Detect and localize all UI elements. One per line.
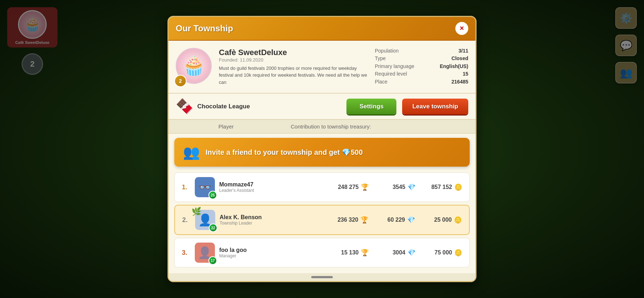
league-icon: 🍫 <box>176 98 194 115</box>
gem-icon: 💎 <box>408 249 415 257</box>
laurel-icon: 🌿 <box>192 207 201 216</box>
gem-stat: 60 229 💎 <box>379 216 415 224</box>
trophy-icon: 🏆 <box>361 249 369 257</box>
trophy-stat: 248 275 🏆 <box>333 183 369 191</box>
township-founded: Founded: 11.09.2020 <box>219 57 368 63</box>
scroll-indicator <box>169 273 475 281</box>
league-name: Chocolate League <box>197 103 250 110</box>
level-badge: 22 <box>209 224 217 232</box>
population-label: Population <box>375 48 423 55</box>
player-rank: 1. <box>182 184 195 191</box>
coin-stat: 25 000 🪙 <box>426 216 462 224</box>
col-contrib-header: Contribution to township treasury: <box>276 123 468 130</box>
player-list: 1. 👓 25 Mommaze47 Leader's Assistant 248 <box>169 171 475 273</box>
player-info: Mommaze47 Leader's Assistant <box>219 181 284 193</box>
coin-value: 857 152 <box>431 184 452 190</box>
trophy-value: 236 320 <box>337 217 358 223</box>
coin-icon: 🪙 <box>454 216 462 224</box>
player-row: 3. 👤 17 foo la goo Manager 15 130 <box>174 238 470 267</box>
coin-stat: 75 000 🪙 <box>426 249 462 257</box>
modal-header: Our Township × <box>169 17 475 41</box>
place-label: Place <box>375 79 423 86</box>
player-avatar-wrap: 👤 22 🌿 <box>195 210 215 230</box>
township-rank-badge: 2 <box>174 75 187 87</box>
invite-friends-icon: 👥 <box>183 144 200 160</box>
population-value: 3/11 <box>431 48 468 55</box>
type-label: Type <box>375 55 423 63</box>
trophy-value: 15 130 <box>341 249 359 256</box>
trophy-icon: 🏆 <box>360 216 368 224</box>
coin-stat: 857 152 🪙 <box>426 183 462 191</box>
player-info: foo la goo Manager <box>219 247 284 258</box>
gem-value: 3545 <box>392 184 405 190</box>
player-stats: 248 275 🏆 3545 💎 857 152 🪙 <box>333 183 462 191</box>
gem-icon: 💎 <box>408 183 415 191</box>
player-avatar-wrap: 👤 17 <box>195 243 215 263</box>
gem-stat: 3004 💎 <box>380 249 415 257</box>
level-value: 15 <box>431 71 468 78</box>
type-value: Closed <box>431 55 468 63</box>
player-role: Leader's Assistant <box>219 188 284 193</box>
scroll-dot <box>311 276 333 278</box>
player-rank: 3. <box>182 249 195 257</box>
player-row: 2. 👤 22 🌿 Alex K. Benson Township Leader <box>174 205 470 235</box>
level-label: Required level <box>375 71 423 78</box>
gem-icon: 💎 <box>407 216 415 224</box>
modal-title: Our Township <box>176 23 233 33</box>
language-value: English(US) <box>431 63 468 71</box>
player-stats: 15 130 🏆 3004 💎 75 000 🪙 <box>333 249 462 257</box>
col-player-header: Player <box>176 123 276 130</box>
gem-icon: 💎 <box>342 148 351 156</box>
action-row: 🍫 Chocolate League Settings Leave townsh… <box>169 94 475 120</box>
place-value: 216485 <box>431 79 468 86</box>
gem-value: 3004 <box>392 249 405 256</box>
gem-stat: 3545 💎 <box>380 183 415 191</box>
modal-backdrop: Our Township × 🧁 2 Cafè SweetDeluxe Foun… <box>0 0 644 298</box>
trophy-value: 248 275 <box>338 184 359 190</box>
trophy-icon: 🏆 <box>361 183 369 191</box>
player-row: 1. 👓 25 Mommaze47 Leader's Assistant 248 <box>174 172 470 202</box>
township-stats: Population 3/11 Type Closed Primary lang… <box>375 48 468 86</box>
coin-icon: 🪙 <box>454 249 462 257</box>
leave-township-button[interactable]: Leave township <box>402 99 468 114</box>
invite-gem-amount: 500 <box>351 148 363 156</box>
player-stats: 236 320 🏆 60 229 💎 25 000 🪙 <box>332 216 462 224</box>
township-info-section: 🧁 2 Cafè SweetDeluxe Founded: 11.09.2020… <box>169 41 475 94</box>
invite-banner[interactable]: 👥 Invite a friend to your township and g… <box>174 138 470 167</box>
invite-text: Invite a friend to your township and get… <box>206 148 363 157</box>
player-info: Alex K. Benson Township Leader <box>220 214 284 226</box>
level-badge: 17 <box>208 256 217 265</box>
language-label: Primary language <box>375 63 423 71</box>
trophy-stat: 236 320 🏆 <box>332 216 368 224</box>
invite-text-prefix: Invite a friend to your township and get <box>206 148 342 156</box>
player-avatar-wrap: 👓 25 <box>195 177 215 197</box>
player-name: foo la goo <box>219 247 284 253</box>
gem-value: 60 229 <box>387 217 405 223</box>
trophy-stat: 15 130 🏆 <box>333 249 369 257</box>
table-header: Player Contribution to township treasury… <box>169 120 475 134</box>
player-role: Manager <box>219 253 284 258</box>
township-name: Cafè SweetDeluxe <box>219 48 368 57</box>
township-modal: Our Township × 🧁 2 Cafè SweetDeluxe Foun… <box>167 16 477 283</box>
player-role: Township Leader <box>220 221 284 226</box>
settings-button[interactable]: Settings <box>346 99 396 114</box>
level-badge: 25 <box>208 191 217 199</box>
township-description: Must do guild festivals 2000 trophies or… <box>219 65 368 86</box>
coin-value: 75 000 <box>434 249 452 256</box>
league-info: 🍫 Chocolate League <box>176 98 341 115</box>
coin-icon: 🪙 <box>454 183 462 191</box>
close-button[interactable]: × <box>455 22 468 35</box>
township-details: Cafè SweetDeluxe Founded: 11.09.2020 Mus… <box>219 48 368 86</box>
coin-value: 25 000 <box>434 217 452 223</box>
player-name: Mommaze47 <box>219 181 284 188</box>
modal-body: 🧁 2 Cafè SweetDeluxe Founded: 11.09.2020… <box>169 41 475 281</box>
township-logo-wrap: 🧁 2 <box>176 48 212 86</box>
player-name: Alex K. Benson <box>220 214 284 221</box>
avatar-icon: 👓 <box>199 181 211 193</box>
player-rank: 2. <box>182 216 195 224</box>
